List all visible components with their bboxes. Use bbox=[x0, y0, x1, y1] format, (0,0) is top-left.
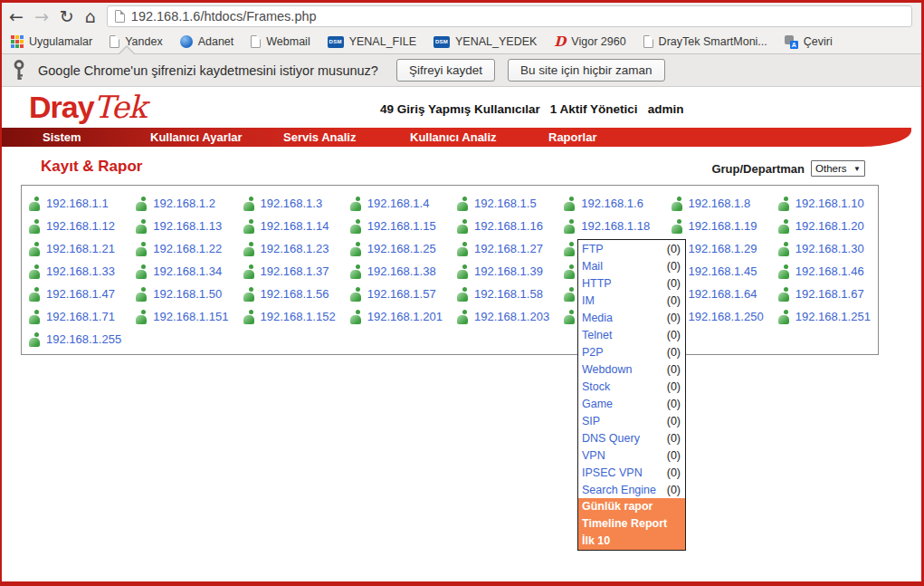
service-link[interactable]: VPN bbox=[582, 449, 605, 462]
host-ip-link[interactable]: 192.168.1.8 bbox=[689, 197, 751, 210]
report-link[interactable]: Günlük rapor bbox=[578, 498, 685, 515]
host-ip-link[interactable]: 192.168.1.3 bbox=[261, 197, 323, 210]
host-ip-link[interactable]: 192.168.1.57 bbox=[367, 287, 436, 301]
host-item[interactable]: 192.168.1.56 bbox=[236, 283, 343, 305]
host-item[interactable]: 192.168.1.20 bbox=[771, 215, 878, 237]
host-item[interactable]: 192.168.1.37 bbox=[236, 260, 343, 283]
save-password-button[interactable]: Şifreyi kaydet bbox=[396, 59, 495, 82]
service-row[interactable]: Mail (0) bbox=[578, 257, 685, 274]
service-link[interactable]: P2P bbox=[582, 346, 604, 359]
host-ip-link[interactable]: 192.168.1.15 bbox=[367, 219, 436, 233]
host-ip-link[interactable]: 192.168.1.38 bbox=[367, 264, 436, 278]
forward-icon[interactable]: → bbox=[34, 8, 49, 25]
host-item[interactable]: 192.168.1.152 bbox=[236, 305, 343, 328]
bookmark-uygulamalar[interactable]: Uygulamalar bbox=[11, 35, 92, 48]
service-link[interactable]: Stock bbox=[582, 380, 610, 393]
service-row[interactable]: P2P (0) bbox=[578, 343, 685, 360]
host-item[interactable]: 192.168.1.46 bbox=[771, 260, 878, 283]
service-link[interactable]: IM bbox=[582, 294, 595, 307]
host-ip-link[interactable]: 192.168.1.20 bbox=[795, 219, 864, 233]
host-item[interactable]: 192.168.1.19 bbox=[664, 215, 771, 237]
service-link[interactable]: FTP bbox=[582, 243, 604, 255]
host-ip-link[interactable]: 192.168.1.30 bbox=[795, 242, 864, 255]
host-ip-link[interactable]: 192.168.1.16 bbox=[474, 219, 543, 233]
host-ip-link[interactable]: 192.168.1.34 bbox=[153, 264, 222, 278]
host-item[interactable]: 192.168.1.18 bbox=[557, 215, 663, 237]
service-link[interactable]: Search Engine bbox=[582, 484, 656, 496]
service-row[interactable]: Stock (0) bbox=[578, 378, 685, 395]
service-row[interactable]: SIP (0) bbox=[578, 412, 685, 429]
host-ip-link[interactable]: 192.168.1.255 bbox=[46, 332, 121, 346]
service-link[interactable]: Media bbox=[582, 312, 613, 324]
address-bar[interactable]: 192.168.1.6/htdocs/Frames.php bbox=[107, 5, 912, 27]
host-ip-link[interactable]: 192.168.1.5 bbox=[474, 197, 537, 210]
report-link[interactable]: Timeline Report bbox=[578, 515, 685, 533]
report-link[interactable]: İlk 10 bbox=[578, 533, 685, 550]
host-ip-link[interactable]: 192.168.1.58 bbox=[474, 287, 543, 301]
host-ip-link[interactable]: 192.168.1.25 bbox=[367, 242, 436, 255]
host-ip-link[interactable]: 192.168.1.67 bbox=[795, 287, 864, 301]
host-ip-link[interactable]: 192.168.1.251 bbox=[795, 310, 871, 323]
host-ip-link[interactable]: 192.168.1.21 bbox=[46, 242, 115, 255]
host-item[interactable]: 192.168.1.151 bbox=[129, 305, 235, 328]
bookmark-adanet[interactable]: Adanet bbox=[180, 35, 234, 48]
service-row[interactable]: DNS Query (0) bbox=[578, 429, 685, 447]
host-item[interactable]: 192.168.1.23 bbox=[236, 237, 343, 260]
service-link[interactable]: IPSEC VPN bbox=[582, 466, 643, 479]
nav-kullanici-analiz[interactable]: Kullanıcı Analiz bbox=[410, 128, 497, 147]
bookmark-webmail[interactable]: Webmail bbox=[251, 35, 310, 48]
service-link[interactable]: HTTP bbox=[582, 277, 612, 290]
service-row[interactable]: Game (0) bbox=[578, 395, 685, 412]
host-ip-link[interactable]: 192.168.1.201 bbox=[367, 310, 443, 323]
bookmark-vigor-2960[interactable]: D Vigor 2960 bbox=[554, 35, 625, 49]
host-ip-link[interactable]: 192.168.1.37 bbox=[261, 264, 329, 278]
host-ip-link[interactable]: 192.168.1.12 bbox=[46, 219, 115, 233]
service-link[interactable]: Mail bbox=[582, 260, 603, 273]
host-item[interactable]: 192.168.1.3 bbox=[236, 192, 343, 215]
host-ip-link[interactable]: 192.168.1.6 bbox=[581, 197, 643, 210]
service-row[interactable]: Search Engine (0) bbox=[578, 481, 685, 498]
service-row[interactable]: HTTP (0) bbox=[578, 274, 685, 292]
service-row[interactable]: FTP (0) bbox=[578, 240, 685, 257]
host-item[interactable]: 192.168.1.13 bbox=[129, 215, 235, 237]
host-ip-link[interactable]: 192.168.1.45 bbox=[689, 264, 757, 278]
host-item[interactable]: 192.168.1.15 bbox=[343, 215, 450, 237]
host-ip-link[interactable]: 192.168.1.152 bbox=[261, 310, 336, 323]
nav-raporlar[interactable]: Raporlar bbox=[548, 128, 596, 147]
host-ip-link[interactable]: 192.168.1.1 bbox=[46, 197, 109, 210]
host-item[interactable]: 192.168.1.22 bbox=[129, 237, 235, 260]
home-icon[interactable]: ⌂ bbox=[85, 8, 96, 25]
host-item[interactable]: 192.168.1.4 bbox=[343, 192, 450, 215]
back-icon[interactable]: ← bbox=[9, 8, 24, 25]
host-ip-link[interactable]: 192.168.1.10 bbox=[795, 197, 864, 210]
host-ip-link[interactable]: 192.168.1.39 bbox=[474, 264, 543, 278]
host-ip-link[interactable]: 192.168.1.47 bbox=[46, 287, 115, 301]
host-ip-link[interactable]: 192.168.1.23 bbox=[261, 242, 329, 255]
service-link[interactable]: Webdown bbox=[582, 363, 632, 376]
service-link[interactable]: Telnet bbox=[582, 329, 612, 341]
host-item[interactable]: 192.168.1.30 bbox=[771, 237, 878, 260]
host-ip-link[interactable]: 192.168.1.46 bbox=[795, 264, 864, 278]
host-item[interactable]: 192.168.1.6 bbox=[557, 192, 663, 215]
host-ip-link[interactable]: 192.168.1.151 bbox=[153, 310, 228, 323]
service-row[interactable]: VPN (0) bbox=[578, 447, 685, 464]
reload-icon[interactable]: ↻ bbox=[60, 8, 74, 25]
host-ip-link[interactable]: 192.168.1.56 bbox=[261, 287, 329, 301]
host-ip-link[interactable]: 192.168.1.19 bbox=[689, 219, 757, 233]
host-item[interactable]: 192.168.1.12 bbox=[22, 215, 129, 237]
bookmark-draytek-smartmonitor[interactable]: DrayTek SmartMoni... bbox=[643, 35, 767, 48]
host-item[interactable]: 192.168.1.57 bbox=[343, 283, 450, 305]
host-item[interactable]: 192.168.1.10 bbox=[771, 192, 878, 215]
host-item[interactable]: 192.168.1.33 bbox=[22, 260, 129, 283]
host-item[interactable]: 192.168.1.58 bbox=[450, 283, 557, 305]
host-item[interactable]: 192.168.1.203 bbox=[450, 305, 557, 328]
host-ip-link[interactable]: 192.168.1.250 bbox=[689, 310, 764, 323]
host-item[interactable]: 192.168.1.34 bbox=[129, 260, 235, 283]
host-ip-link[interactable]: 192.168.1.33 bbox=[46, 264, 115, 278]
url-text[interactable]: 192.168.1.6/htdocs/Frames.php bbox=[131, 9, 317, 24]
host-ip-link[interactable]: 192.168.1.2 bbox=[153, 197, 215, 210]
service-link[interactable]: Game bbox=[582, 398, 613, 410]
host-item[interactable]: 192.168.1.1 bbox=[22, 192, 129, 215]
host-item[interactable]: 192.168.1.5 bbox=[450, 192, 557, 215]
host-item[interactable]: 192.168.1.71 bbox=[22, 305, 129, 328]
